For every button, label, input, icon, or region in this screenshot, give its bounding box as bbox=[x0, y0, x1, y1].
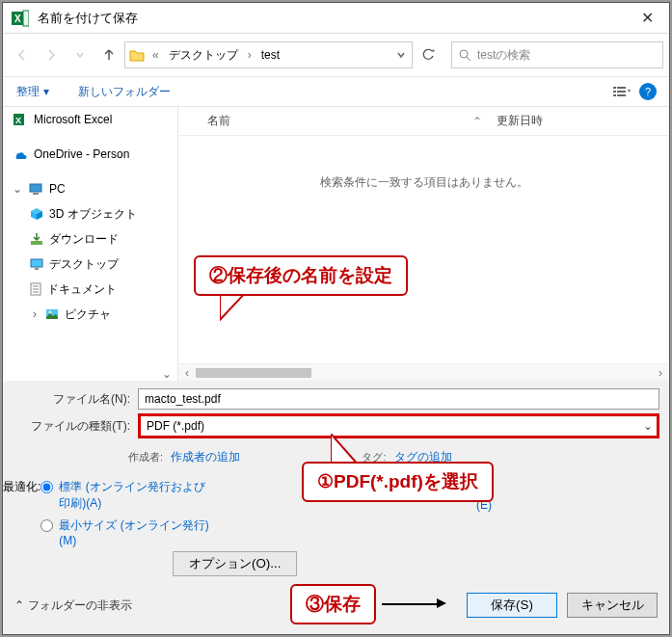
expand-icon[interactable]: › bbox=[30, 307, 40, 321]
excel-app-icon: X bbox=[11, 9, 30, 28]
scroll-thumb[interactable] bbox=[196, 368, 311, 378]
folder-tree[interactable]: X Microsoft Excel OneDrive - Person ⌄ PC… bbox=[3, 107, 178, 381]
tree-label: デスクトップ bbox=[49, 256, 119, 273]
svg-text:X: X bbox=[14, 13, 21, 24]
tree-item-3d[interactable]: 3D オブジェクト bbox=[3, 201, 177, 226]
search-icon bbox=[458, 48, 471, 62]
hide-folders-toggle[interactable]: ⌃ フォルダーの非表示 bbox=[14, 597, 132, 614]
desktop-icon bbox=[30, 257, 43, 271]
help-button[interactable]: ? bbox=[634, 80, 661, 103]
tree-label: ダウンロード bbox=[49, 231, 119, 248]
filename-input[interactable] bbox=[138, 388, 659, 410]
breadcrumb-segment[interactable]: デスクトップ bbox=[167, 47, 240, 64]
horizontal-scrollbar[interactable]: ‹ › bbox=[178, 363, 669, 381]
scroll-right-icon[interactable]: › bbox=[652, 366, 669, 380]
close-button[interactable]: ✕ bbox=[626, 3, 669, 34]
breadcrumb-segment[interactable]: test bbox=[259, 48, 282, 62]
svg-rect-10 bbox=[617, 94, 626, 96]
annotation-1: ①PDF(*.pdf)を選択 bbox=[302, 462, 494, 502]
document-icon bbox=[30, 282, 41, 296]
svg-rect-17 bbox=[35, 268, 39, 270]
filetype-value: PDF (*.pdf) bbox=[147, 419, 204, 433]
tree-item-downloads[interactable]: ダウンロード bbox=[3, 226, 177, 252]
svg-rect-6 bbox=[617, 87, 626, 89]
view-options-button[interactable] bbox=[607, 80, 634, 103]
nav-forward-button[interactable] bbox=[38, 41, 65, 68]
column-name[interactable]: 名前 bbox=[178, 113, 458, 129]
svg-point-3 bbox=[460, 50, 468, 58]
author-add-link[interactable]: 作成者の追加 bbox=[171, 449, 240, 465]
search-placeholder: testの検索 bbox=[477, 47, 530, 64]
expand-icon[interactable]: ⌄ bbox=[13, 182, 22, 196]
sort-indicator-icon: ⌃ bbox=[458, 115, 497, 128]
cube-icon bbox=[30, 207, 43, 221]
empty-message: 検索条件に一致する項目はありません。 bbox=[178, 136, 669, 363]
column-date[interactable]: 更新日時 bbox=[497, 113, 669, 129]
new-folder-button[interactable]: 新しいフォルダー bbox=[72, 81, 176, 103]
pc-icon bbox=[28, 182, 43, 196]
svg-rect-16 bbox=[31, 259, 42, 267]
optimize-label: 最適化: bbox=[3, 479, 40, 547]
save-button[interactable]: 保存(S) bbox=[467, 593, 557, 618]
excel-icon: X bbox=[13, 112, 28, 127]
tree-item-onedrive[interactable]: OneDrive - Person bbox=[3, 142, 177, 167]
tree-item-documents[interactable]: ドキュメント bbox=[3, 277, 177, 302]
nav-back-button[interactable] bbox=[9, 41, 36, 68]
tree-item-pictures[interactable]: › ピクチャ bbox=[3, 302, 177, 327]
annotation-3: ③保存 bbox=[290, 584, 376, 624]
optimize-standard-radio[interactable]: 標準 (オンライン発行および印刷)(A) bbox=[40, 479, 213, 512]
arrow-line bbox=[382, 603, 440, 605]
annotation-2: ②保存後の名前を設定 bbox=[194, 255, 408, 296]
nav-up-button[interactable] bbox=[95, 41, 122, 68]
download-icon bbox=[30, 232, 43, 246]
radio-input[interactable] bbox=[40, 481, 53, 493]
tree-label: OneDrive - Person bbox=[34, 147, 129, 161]
svg-rect-15 bbox=[31, 241, 42, 245]
chevron-down-icon: ⌄ bbox=[643, 419, 653, 433]
filetype-label: ファイルの種類(T): bbox=[13, 418, 138, 435]
tree-label: PC bbox=[49, 182, 66, 196]
tree-label: ピクチャ bbox=[65, 306, 111, 323]
refresh-button[interactable] bbox=[415, 41, 442, 68]
svg-rect-14 bbox=[33, 193, 39, 195]
nav-recent-dropdown[interactable] bbox=[67, 41, 94, 68]
svg-rect-5 bbox=[613, 87, 616, 89]
tree-scroll-down[interactable]: ⌄ bbox=[162, 367, 174, 381]
organize-menu[interactable]: 整理▾ bbox=[11, 81, 55, 103]
svg-rect-1 bbox=[23, 11, 29, 26]
address-bar[interactable]: « デスクトップ › test bbox=[124, 41, 413, 68]
onedrive-icon bbox=[13, 148, 28, 160]
tree-label: 3D オブジェクト bbox=[49, 206, 137, 223]
tree-item-pc[interactable]: ⌄ PC bbox=[3, 176, 177, 201]
options-button[interactable]: オプション(O)... bbox=[173, 551, 297, 576]
radio-input[interactable] bbox=[40, 519, 53, 532]
window-title: 名前を付けて保存 bbox=[38, 10, 626, 27]
scroll-left-icon[interactable]: ‹ bbox=[178, 366, 196, 380]
tree-label: ドキュメント bbox=[47, 281, 117, 298]
chevron-right-icon: › bbox=[246, 48, 254, 62]
svg-rect-7 bbox=[613, 91, 616, 93]
optimize-minsize-radio[interactable]: 最小サイズ (オンライン発行)(M) bbox=[40, 518, 213, 547]
filename-label: ファイル名(N): bbox=[13, 391, 138, 408]
cancel-button[interactable]: キャンセル bbox=[567, 593, 658, 618]
svg-rect-13 bbox=[30, 184, 41, 192]
chevron-up-icon: ⌃ bbox=[14, 598, 24, 612]
tree-item-desktop[interactable]: デスクトップ bbox=[3, 252, 177, 277]
svg-rect-8 bbox=[617, 91, 626, 93]
tree-item-excel[interactable]: X Microsoft Excel bbox=[3, 107, 177, 132]
author-label: 作成者: bbox=[13, 450, 171, 464]
picture-icon bbox=[45, 308, 59, 320]
svg-line-4 bbox=[467, 57, 470, 61]
svg-text:X: X bbox=[15, 116, 21, 125]
search-input[interactable]: testの検索 bbox=[451, 41, 663, 68]
folder-icon bbox=[129, 48, 145, 62]
tree-label: Microsoft Excel bbox=[34, 113, 112, 126]
breadcrumb-root-chevron[interactable]: « bbox=[150, 48, 161, 62]
address-dropdown[interactable] bbox=[394, 50, 408, 60]
arrow-head-icon bbox=[437, 598, 446, 608]
svg-rect-9 bbox=[613, 94, 616, 96]
filetype-dropdown[interactable]: PDF (*.pdf) ⌄ bbox=[138, 413, 659, 438]
chevron-down-icon: ▾ bbox=[43, 85, 49, 98]
